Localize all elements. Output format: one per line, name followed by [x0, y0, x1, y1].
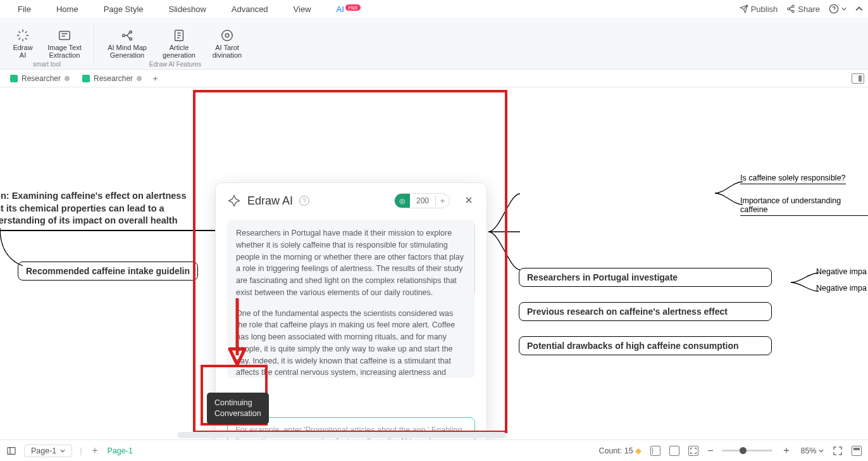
token-add-button[interactable]: ＋ — [435, 195, 449, 206]
mm-left-text: sion: Examining caffeine's effect on ale… — [0, 190, 221, 231]
menu-view[interactable]: View — [281, 2, 324, 16]
share-icon — [786, 4, 795, 13]
mindmap-label: AI Mind Map Generation — [104, 44, 150, 60]
horizontal-scrollbar[interactable] — [177, 432, 506, 438]
mm-node-previous[interactable]: Previous research on caffeine's alertnes… — [519, 302, 772, 321]
chevron-up-icon — [855, 5, 863, 13]
publish-label: Publish — [751, 4, 778, 14]
publish-button[interactable]: Publish — [740, 4, 778, 14]
tooltip-continuing-conversation: Continuing Conversation — [207, 393, 269, 424]
mm-node-drawbacks[interactable]: Potential drawbacks of high caffeine con… — [519, 336, 772, 355]
doc-tab-1-label: Researcher — [22, 74, 61, 83]
svg-point-1 — [788, 8, 790, 10]
menu-ai[interactable]: AIHot — [324, 2, 373, 16]
panel-button[interactable] — [852, 446, 862, 456]
svg-point-9 — [222, 30, 233, 41]
menu-slideshow[interactable]: Slideshow — [156, 2, 219, 16]
doc-tab-2[interactable]: Researcher — [76, 72, 148, 85]
ribbon-group2-name: Edraw AI Features — [149, 61, 201, 68]
unsaved-dot-icon — [65, 76, 70, 81]
status-bar: Page-1 | ＋ Page-1 Count: 15 ◆ − ＋ 85% — [0, 439, 868, 461]
ai-modal-title: Edraw AI — [247, 194, 293, 208]
svg-point-7 — [130, 37, 132, 40]
add-tab-button[interactable]: ＋ — [148, 72, 162, 85]
article-label: Article generation — [160, 44, 198, 60]
panel-toggle[interactable] — [852, 73, 864, 84]
svg-point-5 — [123, 34, 125, 37]
unsaved-dot-icon — [137, 76, 142, 81]
image-text-label: Image Text Extraction — [46, 44, 84, 60]
mm-node-investigate[interactable]: Researchers in Portugal investigate — [519, 268, 772, 287]
view-mode-2[interactable] — [669, 446, 679, 456]
scrollbar[interactable] — [474, 225, 475, 294]
menu-file[interactable]: File — [5, 2, 44, 16]
menu-bar: File Home Page Style Slideshow Advanced … — [0, 0, 868, 18]
menu-advanced[interactable]: Advanced — [219, 2, 281, 16]
mm-far-4[interactable]: Negative impa — [816, 284, 867, 293]
publish-icon — [740, 4, 748, 13]
token-value: 200 — [410, 196, 435, 205]
current-page[interactable]: Page-1 — [108, 446, 133, 455]
article-icon — [172, 28, 186, 42]
fullscreen-button[interactable] — [833, 446, 843, 456]
view-mode-1[interactable] — [650, 446, 660, 456]
mindmap-icon — [120, 28, 134, 42]
mm-node-guidelines[interactable]: Recommended caffeine intake guidelin — [18, 262, 198, 281]
menu-ai-label: AI — [337, 4, 344, 14]
menu-home[interactable]: Home — [44, 2, 91, 16]
mm-far-3[interactable]: Negative impa — [816, 267, 867, 276]
menu-page-style[interactable]: Page Style — [91, 2, 156, 16]
share-button[interactable]: Share — [786, 4, 820, 14]
doc-tab-2-label: Researcher — [94, 74, 133, 83]
zoom-in-button[interactable]: ＋ — [781, 444, 791, 457]
collapse-ribbon[interactable] — [855, 5, 863, 13]
image-text-icon — [58, 28, 71, 42]
tooltip-line1: Continuing — [214, 398, 261, 408]
svg-point-6 — [130, 30, 132, 33]
hot-badge: Hot — [345, 4, 361, 11]
svg-rect-17 — [8, 447, 15, 454]
ribbon: Edraw AI Image Text Extraction smart too… — [0, 18, 868, 70]
sparkle-icon — [16, 28, 30, 42]
canvas[interactable]: sion: Examining caffeine's effect on ale… — [0, 87, 868, 442]
tarot-label: AI Tarot divination — [208, 44, 246, 60]
edraw-ai-label: Edraw AI — [10, 44, 35, 60]
ai-msg-p1: Researchers in Portugal have made it the… — [236, 227, 466, 299]
token-icon: ◎ — [395, 194, 410, 208]
mm-far-1[interactable]: Is caffeine solely responsible? — [740, 174, 846, 184]
tooltip-line2: Conversation — [214, 408, 261, 419]
count-label: Count: 15 ◆ — [598, 446, 642, 455]
chevron-down-icon — [819, 448, 824, 453]
ai-msg-p2: One of the fundamental aspects the scien… — [236, 308, 466, 379]
outline-icon[interactable] — [6, 446, 16, 456]
zoom-value[interactable]: 85% — [800, 446, 824, 455]
zoom-out-button[interactable]: − — [707, 445, 713, 457]
ai-mindmap-button[interactable]: AI Mind Map Generation — [104, 28, 150, 60]
fit-page-button[interactable] — [688, 446, 698, 456]
page-sel-label: Page-1 — [31, 446, 56, 455]
image-text-extraction-button[interactable]: Image Text Extraction — [46, 28, 84, 60]
ribbon-group-smart-tool: Edraw AI Image Text Extraction smart too… — [6, 20, 87, 68]
close-button[interactable] — [464, 195, 475, 206]
page-selector[interactable]: Page-1 — [24, 445, 72, 457]
svg-rect-4 — [59, 31, 70, 39]
ribbon-group1-name: smart tool — [33, 61, 61, 68]
ai-response: Researchers in Portugal have made it the… — [227, 220, 475, 378]
ai-tarot-button[interactable]: AI Tarot divination — [208, 28, 246, 60]
doc-tab-1[interactable]: Researcher — [4, 72, 76, 85]
ai-logo-icon — [227, 194, 241, 208]
mm-far-2[interactable]: Importance of understanding caffeine — [740, 196, 868, 216]
file-icon — [82, 75, 90, 82]
zoom-slider[interactable] — [722, 450, 772, 452]
svg-point-0 — [792, 5, 795, 7]
share-label: Share — [798, 4, 820, 14]
ai-help-icon[interactable]: ? — [299, 196, 309, 206]
edraw-ai-button[interactable]: Edraw AI — [10, 28, 35, 60]
chevron-down-icon — [60, 448, 65, 453]
article-gen-button[interactable]: Article generation — [160, 28, 198, 60]
help-dropdown[interactable] — [829, 4, 846, 14]
file-icon — [10, 75, 18, 82]
document-tabs: Researcher Researcher ＋ — [0, 70, 868, 87]
add-page-button[interactable]: ＋ — [90, 444, 100, 457]
svg-point-10 — [225, 34, 229, 37]
